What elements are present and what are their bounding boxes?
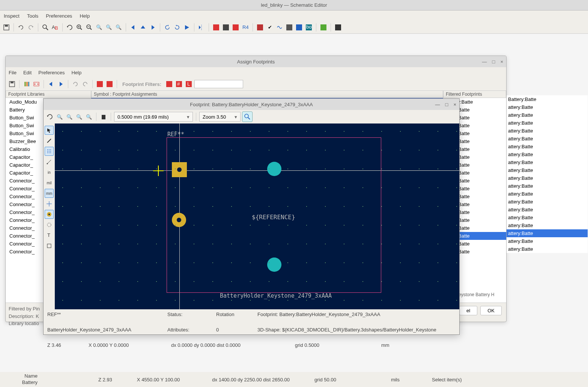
refresh-icon[interactable] bbox=[66, 23, 74, 32]
redo-icon[interactable] bbox=[27, 23, 35, 32]
zoom-obj-icon[interactable]: 🔍 bbox=[105, 23, 113, 32]
zoom-out-icon[interactable] bbox=[85, 23, 93, 32]
filter-lib-icon[interactable]: L bbox=[185, 80, 193, 88]
list-item[interactable]: attery:Batte bbox=[507, 127, 588, 135]
annotate-icon[interactable]: R42 bbox=[241, 23, 250, 32]
unit-mil-icon[interactable]: mil bbox=[45, 178, 54, 187]
save-icon[interactable] bbox=[2, 23, 11, 32]
rotate-ccw-icon[interactable] bbox=[163, 23, 171, 32]
zoom-sel-icon[interactable]: 🔍 bbox=[114, 23, 123, 32]
arrow-right-icon[interactable] bbox=[149, 23, 157, 32]
3d-icon[interactable] bbox=[99, 113, 108, 121]
close-icon[interactable]: × bbox=[500, 59, 503, 65]
arrow-up-icon[interactable] bbox=[139, 23, 147, 32]
refresh-icon[interactable] bbox=[46, 113, 54, 121]
pcb-icon[interactable] bbox=[319, 23, 328, 32]
assign-titlebar[interactable]: Assign Footprints — □ × bbox=[6, 56, 506, 67]
view-fp-icon[interactable] bbox=[32, 80, 41, 88]
filter-keyword-icon[interactable] bbox=[165, 80, 173, 88]
browse-icon[interactable] bbox=[222, 23, 230, 32]
maximize-icon[interactable]: □ bbox=[492, 59, 495, 65]
list-item[interactable]: attery:Batte bbox=[507, 221, 588, 229]
menu-tools[interactable]: Tools bbox=[27, 13, 38, 19]
measure-tool-icon[interactable] bbox=[45, 136, 54, 145]
auto-icon[interactable] bbox=[96, 80, 104, 88]
filter-input[interactable] bbox=[194, 80, 243, 88]
mirror-icon[interactable] bbox=[197, 23, 206, 32]
zoom-obj-icon[interactable]: 🔍 bbox=[85, 113, 93, 121]
netlist-icon[interactable] bbox=[295, 23, 303, 32]
zoom-dropdown[interactable]: Zoom 3.50 bbox=[199, 112, 241, 122]
list-item[interactable]: attery:Batte bbox=[507, 174, 588, 182]
grid-dropdown[interactable]: 0.5000 mm (19.69 mils) bbox=[114, 112, 193, 122]
bom-icon[interactable] bbox=[285, 23, 293, 32]
list-item[interactable]: attery:Batte bbox=[507, 206, 588, 214]
zoom-fit-icon[interactable]: 🔍 bbox=[95, 23, 103, 32]
zoom-out-icon[interactable]: 🔍 bbox=[65, 113, 74, 121]
menu-help[interactable]: Help bbox=[71, 70, 81, 75]
sim-icon[interactable] bbox=[275, 23, 284, 32]
replace-icon[interactable]: AB bbox=[51, 23, 59, 32]
minimize-icon[interactable]: — bbox=[482, 59, 487, 65]
list-item[interactable]: attery:Batte bbox=[507, 190, 588, 198]
select-tool-icon[interactable] bbox=[45, 126, 54, 135]
delete-icon[interactable] bbox=[105, 80, 114, 88]
list-item[interactable]: attery:Batte bbox=[507, 214, 588, 221]
menu-file[interactable]: File bbox=[9, 70, 17, 75]
library-icon[interactable] bbox=[23, 80, 31, 88]
list-item[interactable]: attery:Batte bbox=[507, 135, 588, 143]
list-item[interactable]: attery:Batte bbox=[507, 111, 588, 119]
minimize-icon[interactable]: — bbox=[435, 102, 440, 107]
unit-mm-icon[interactable]: mm bbox=[45, 189, 54, 198]
cancel-button[interactable]: el bbox=[459, 306, 477, 315]
menu-preferences[interactable]: Preferences bbox=[46, 13, 72, 19]
rotate-cw-icon[interactable] bbox=[173, 23, 181, 32]
pad-number-icon[interactable] bbox=[45, 210, 54, 219]
list-item[interactable]: attery:Batte bbox=[507, 166, 588, 174]
bom2-icon[interactable]: bom bbox=[305, 23, 313, 32]
autozoom-icon[interactable] bbox=[45, 241, 54, 250]
maximize-icon[interactable]: □ bbox=[445, 102, 448, 107]
list-item[interactable]: attery:Batte bbox=[507, 119, 588, 127]
fp-titlebar[interactable]: Footprint: Battery:BatteryHolder_Keyston… bbox=[44, 99, 459, 110]
zoom-fit-icon[interactable]: 🔍 bbox=[75, 113, 83, 121]
list-item[interactable]: attery:Batte bbox=[507, 143, 588, 151]
run-icon[interactable] bbox=[183, 23, 191, 32]
list-item[interactable]: attery:Batte bbox=[507, 245, 588, 253]
close-icon[interactable]: × bbox=[453, 102, 456, 107]
text-icon[interactable]: T bbox=[45, 231, 54, 240]
next-icon[interactable] bbox=[57, 80, 65, 88]
polar-icon[interactable] bbox=[45, 157, 54, 166]
grid-icon[interactable] bbox=[45, 147, 54, 156]
zoom-in-icon[interactable] bbox=[75, 23, 84, 32]
footprint-assign-icon[interactable] bbox=[232, 23, 240, 32]
menu-preferences[interactable]: Preferences bbox=[38, 70, 65, 75]
menu-inspect[interactable]: Inspect bbox=[4, 13, 20, 19]
pad-fill-icon[interactable] bbox=[45, 220, 54, 229]
list-item[interactable]: attery:Batte bbox=[507, 182, 588, 190]
cursor-icon[interactable] bbox=[45, 199, 54, 208]
zoom-in-icon[interactable]: 🔍 bbox=[56, 113, 64, 121]
save-icon[interactable] bbox=[8, 80, 16, 88]
list-item[interactable]: attery:Batte bbox=[507, 237, 588, 245]
footprint-canvas[interactable]: REF** BatteryHolder_Keystone_2479_3xAAA … bbox=[55, 123, 459, 309]
prev-icon[interactable] bbox=[47, 80, 55, 88]
search-icon[interactable] bbox=[41, 23, 50, 32]
menu-help[interactable]: Help bbox=[80, 13, 90, 19]
measure-button[interactable] bbox=[242, 111, 253, 122]
check-icon[interactable]: ✔ bbox=[266, 23, 274, 32]
redo-icon[interactable] bbox=[81, 80, 89, 88]
list-item[interactable]: attery:Batte bbox=[507, 158, 588, 166]
menu-edit[interactable]: Edit bbox=[23, 70, 32, 75]
list-item[interactable]: attery:Batte bbox=[507, 151, 588, 158]
ok-button[interactable]: OK bbox=[480, 306, 502, 315]
unit-in-icon[interactable]: in bbox=[45, 168, 54, 177]
scripting-icon[interactable] bbox=[334, 23, 342, 32]
list-item[interactable]: attery:Batte bbox=[507, 103, 588, 111]
list-item[interactable]: attery:Batte bbox=[507, 229, 588, 237]
undo-icon[interactable] bbox=[17, 23, 25, 32]
undo-icon[interactable] bbox=[71, 80, 80, 88]
filter-pin-icon[interactable]: # bbox=[175, 80, 183, 88]
arrow-left-icon[interactable] bbox=[129, 23, 137, 32]
list-item[interactable]: attery:Batte bbox=[507, 198, 588, 206]
